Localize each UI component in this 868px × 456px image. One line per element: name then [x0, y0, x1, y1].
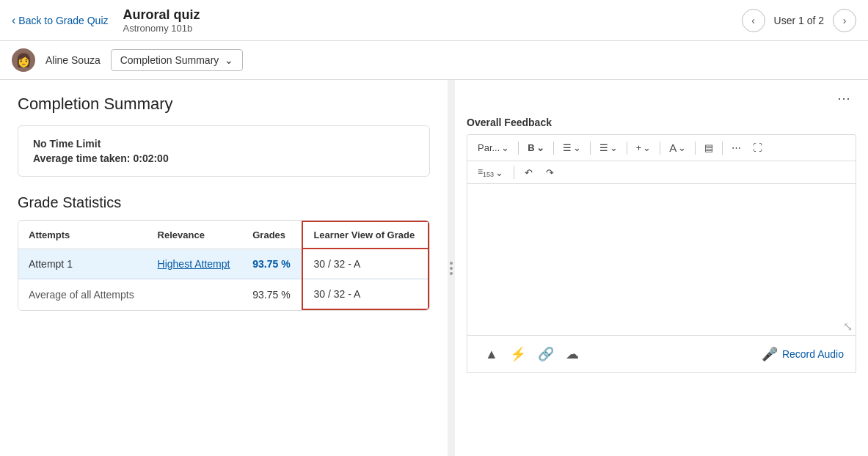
redo-button[interactable]: ↷ — [541, 165, 558, 180]
expand-icon: ⛶ — [753, 142, 762, 153]
col-header-attempts: Attempts — [18, 221, 147, 249]
user-count-label: User 1 of 2 — [774, 15, 824, 26]
toolbar-row-2: ≡153 ⌄ ↶ ↷ — [467, 161, 856, 183]
avatar-image: 👩 — [15, 52, 32, 68]
grade-statistics-table: Attempts Relevance Grades Learner View o… — [18, 221, 429, 310]
paint-button[interactable]: ▤ — [700, 140, 718, 155]
align-chevron-icon: ⌄ — [573, 142, 581, 153]
undo-button[interactable]: ↶ — [520, 165, 537, 180]
align-button[interactable]: ☰ ⌄ — [558, 140, 586, 155]
link-icon: 🔗 — [538, 347, 554, 361]
toolbar-area: Par... ⌄ B ⌄ ☰ ⌄ ☰ ⌄ — [455, 134, 868, 183]
bold-button[interactable]: B ⌄ — [523, 140, 548, 155]
align-icon: ☰ — [563, 142, 572, 153]
drag-handle — [450, 262, 453, 275]
completion-summary-title: Completion Summary — [18, 95, 430, 114]
expand-button[interactable]: ⛶ — [748, 140, 767, 155]
paragraph-button[interactable]: Par... ⌄ — [473, 140, 514, 155]
attempt-1-grade: 93.75 % — [242, 249, 302, 279]
attempt-1-learner-view: 30 / 32 - A — [302, 249, 428, 279]
dropdown-label: Completion Summary — [120, 54, 219, 66]
left-panel: Completion Summary No Time Limit Average… — [0, 80, 448, 456]
highest-attempt-link[interactable]: Highest Attempt — [158, 258, 230, 270]
paragraph-chevron-icon: ⌄ — [501, 142, 509, 153]
font-button[interactable]: A ⌄ — [665, 139, 690, 156]
toolbar-row-1: Par... ⌄ B ⌄ ☰ ⌄ ☰ ⌄ — [467, 134, 856, 161]
next-user-button[interactable]: › — [833, 9, 856, 32]
avg-time-row: Average time taken: 0:02:00 — [33, 152, 415, 164]
paint-icon: ▤ — [704, 142, 713, 153]
attempt-1-label: Attempt 1 — [18, 249, 147, 279]
sub-nav: 👩 Aline Souza Completion Summary ⌄ — [0, 41, 868, 80]
user-name-label: Aline Souza — [45, 54, 101, 66]
lightning-button[interactable]: ⚡ — [504, 343, 532, 365]
previous-user-button[interactable]: ‹ — [742, 9, 765, 32]
toolbar-separator-7 — [722, 141, 723, 155]
heading-icon: ≡153 — [478, 166, 494, 178]
list-icon: ☰ — [599, 142, 608, 153]
time-card: No Time Limit Average time taken: 0:02:0… — [18, 125, 430, 177]
resize-handle[interactable]: ⤡ — [467, 318, 856, 335]
toolbar-separator-8 — [514, 166, 514, 179]
more-options-button[interactable]: ⋯ — [831, 87, 856, 109]
feedback-textarea[interactable] — [467, 184, 856, 316]
add-button[interactable]: + ⌄ — [632, 140, 656, 155]
list-button[interactable]: ☰ ⌄ — [595, 140, 622, 155]
quiz-title: Auroral quiz — [123, 7, 742, 23]
cloud-icon: ☁ — [566, 347, 579, 361]
toolbar-separator-4 — [627, 141, 627, 155]
more-toolbar-icon: ⋯ — [732, 142, 741, 153]
add-icon: + — [636, 142, 642, 153]
avg-attempts-relevance — [147, 279, 243, 310]
avg-attempts-label: Average of all Attempts — [18, 279, 147, 310]
list-chevron-icon: ⌄ — [610, 142, 618, 153]
panel-divider[interactable] — [448, 80, 455, 456]
redo-icon: ↷ — [546, 167, 554, 178]
quiz-subtitle: Astronomy 101b — [123, 23, 742, 34]
paragraph-label: Par... — [478, 142, 500, 153]
font-a-icon: A — [669, 141, 676, 154]
grade-statistics-table-wrapper: Attempts Relevance Grades Learner View o… — [18, 220, 430, 311]
feedback-text-area-container: ⤡ — [467, 183, 856, 335]
overall-feedback-label: Overall Feedback — [455, 114, 868, 134]
font-chevron-icon: ⌄ — [678, 142, 686, 153]
toolbar-separator-6 — [695, 141, 696, 155]
completion-summary-dropdown[interactable]: Completion Summary ⌄ — [111, 49, 244, 71]
table-row: Average of all Attempts 93.75 % 30 / 32 … — [18, 279, 428, 310]
toolbar-separator-3 — [590, 141, 591, 155]
quiz-title-area: Auroral quiz Astronomy 101b — [123, 7, 742, 34]
heading-button[interactable]: ≡153 ⌄ — [473, 164, 508, 180]
undo-icon: ↶ — [525, 167, 533, 178]
toolbar-separator-2 — [553, 141, 554, 155]
avg-time-label: Average time taken: — [33, 152, 131, 164]
microphone-icon: 🎤 — [762, 346, 778, 362]
avatar: 👩 — [12, 48, 35, 72]
link-button[interactable]: 🔗 — [532, 343, 560, 365]
record-audio-label: Record Audio — [782, 348, 844, 360]
dropdown-chevron-icon: ⌄ — [225, 54, 233, 66]
lightning-icon: ⚡ — [510, 347, 526, 361]
record-audio-button[interactable]: 🎤 Record Audio — [762, 346, 844, 362]
col-header-learner-view: Learner View of Grade — [302, 221, 428, 249]
more-toolbar-button[interactable]: ⋯ — [727, 140, 745, 155]
bottom-toolbar: ▲ ⚡ 🔗 ☁ 🎤 Record Audio — [467, 335, 856, 373]
col-header-grades: Grades — [242, 221, 302, 249]
upload-button[interactable]: ▲ — [479, 344, 504, 365]
toolbar-separator-5 — [660, 141, 660, 155]
heading-chevron-icon: ⌄ — [495, 167, 503, 178]
back-label: Back to Grade Quiz — [18, 15, 108, 26]
avg-time-value: 0:02:00 — [133, 152, 168, 164]
avg-attempts-learner-view: 30 / 32 - A — [302, 279, 428, 310]
right-panel-header: ⋯ — [455, 80, 868, 114]
bold-chevron-icon: ⌄ — [536, 142, 544, 153]
chevron-left-icon: ‹ — [12, 14, 15, 27]
no-time-limit-label: No Time Limit — [33, 138, 415, 150]
col-header-relevance: Relevance — [147, 221, 243, 249]
upload-icon: ▲ — [485, 347, 498, 361]
top-nav: ‹ Back to Grade Quiz Auroral quiz Astron… — [0, 0, 868, 41]
add-chevron-icon: ⌄ — [643, 142, 651, 153]
bold-label: B — [528, 142, 534, 153]
cloud-button[interactable]: ☁ — [560, 343, 585, 365]
back-to-grade-quiz-link[interactable]: ‹ Back to Grade Quiz — [12, 14, 109, 27]
grade-statistics-title: Grade Statistics — [18, 194, 430, 211]
